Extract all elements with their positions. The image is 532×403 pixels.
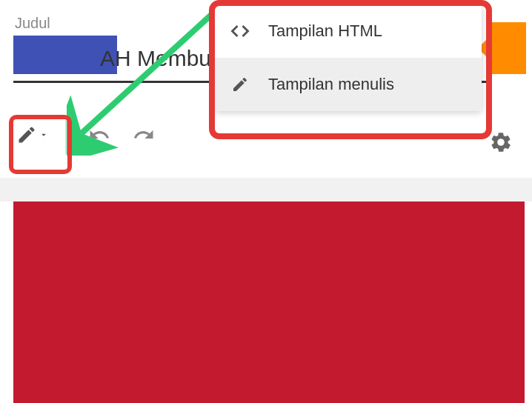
- content-separator: [0, 178, 532, 202]
- code-icon: [230, 21, 250, 41]
- redo-button[interactable]: [126, 119, 162, 154]
- view-mode-button[interactable]: [15, 119, 50, 154]
- chevron-down-icon: [39, 130, 49, 143]
- view-mode-dropdown: Tampilan HTML Tampilan menulis: [215, 4, 482, 111]
- settings-button[interactable]: [483, 126, 519, 161]
- publish-button-partial[interactable]: [489, 22, 526, 74]
- pencil-icon: [230, 74, 250, 95]
- gear-icon: [489, 130, 513, 157]
- dropdown-item-label: Tampilan menulis: [268, 75, 394, 94]
- svg-line-0: [82, 15, 211, 133]
- undo-button[interactable]: [82, 119, 117, 154]
- undo-icon: [88, 124, 110, 149]
- editor-toolbar: [15, 119, 162, 154]
- title-text[interactable]: AH Membuat: [100, 46, 230, 71]
- pencil-icon: [16, 124, 37, 148]
- post-content-area[interactable]: [13, 202, 525, 403]
- dropdown-item-compose-view[interactable]: Tampilan menulis: [215, 58, 482, 111]
- dropdown-item-html-view[interactable]: Tampilan HTML: [215, 4, 482, 58]
- redo-icon: [133, 124, 155, 149]
- title-field-label: Judul: [15, 15, 50, 32]
- toolbar-divider: [65, 119, 67, 154]
- dropdown-item-label: Tampilan HTML: [268, 21, 382, 41]
